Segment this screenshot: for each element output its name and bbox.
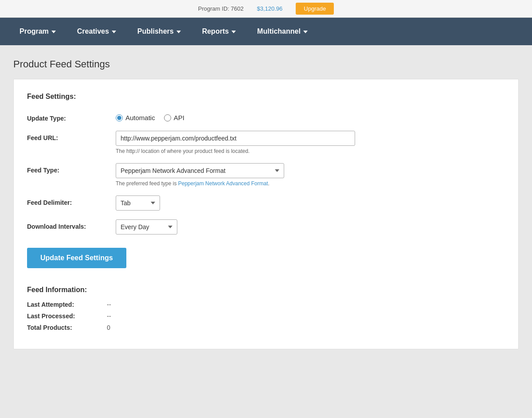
download-intervals-label: Download Intervals: [27, 219, 116, 230]
program-id: Program ID: 7602 [198, 5, 244, 12]
feed-url-row: Feed URL: The http:// location of where … [27, 131, 505, 154]
last-processed-value: -- [107, 313, 111, 320]
update-type-row: Update Type: Automatic API [27, 111, 505, 122]
total-products-value: 0 [107, 324, 110, 331]
radio-api-label: API [174, 114, 184, 121]
feed-type-select[interactable]: Pepperjam Network Advanced Format Generi… [116, 163, 284, 178]
radio-api[interactable] [164, 114, 171, 121]
page-title: Product Feed Settings [13, 59, 519, 70]
feed-url-label: Feed URL: [27, 131, 116, 141]
nav-label-program: Program [20, 27, 49, 35]
main-card: Feed Settings: Update Type: Automatic AP… [13, 79, 519, 349]
total-products-label: Total Products: [27, 324, 107, 331]
nav-item-program[interactable]: Program [9, 18, 66, 45]
nav-label-publishers: Publishers [137, 27, 174, 35]
last-attempted-label: Last Attempted: [27, 301, 107, 308]
update-type-label: Update Type: [27, 111, 116, 122]
nav-arrow-reports [231, 31, 236, 33]
last-processed-label: Last Processed: [27, 313, 107, 320]
feed-delimiter-control: Tab Comma Pipe [116, 195, 505, 211]
nav-link-reports[interactable]: Reports [192, 18, 246, 45]
feed-type-label: Feed Type: [27, 163, 116, 174]
feed-url-control: The http:// location of where your produ… [116, 131, 505, 154]
feed-url-hint: The http:// location of where your produ… [116, 148, 505, 154]
upgrade-button[interactable]: Upgrade [296, 3, 334, 15]
feed-delimiter-row: Feed Delimiter: Tab Comma Pipe [27, 195, 505, 211]
download-intervals-row: Download Intervals: Every Day Every 12 H… [27, 219, 505, 234]
download-intervals-select[interactable]: Every Day Every 12 Hours Every 6 Hours [116, 219, 177, 234]
radio-option-api[interactable]: API [164, 114, 184, 121]
nav-item-creatives[interactable]: Creatives [66, 18, 127, 45]
nav-label-reports: Reports [202, 27, 229, 35]
radio-automatic[interactable] [116, 114, 123, 121]
top-bar: Program ID: 7602 $3,120.96 Upgrade [0, 0, 532, 18]
nav-link-multichannel[interactable]: Multichannel [246, 18, 318, 45]
nav-arrow-creatives [112, 31, 116, 33]
feed-type-hint-link[interactable]: Pepperjam Network Advanced Format [178, 180, 268, 187]
feed-url-input[interactable] [116, 131, 355, 146]
nav-link-publishers[interactable]: Publishers [127, 18, 192, 45]
feed-type-row: Feed Type: Pepperjam Network Advanced Fo… [27, 163, 505, 187]
feed-type-control: Pepperjam Network Advanced Format Generi… [116, 163, 505, 187]
radio-option-automatic[interactable]: Automatic [116, 114, 155, 121]
nav-arrow-program [51, 31, 56, 33]
nav-link-program[interactable]: Program [9, 18, 66, 45]
nav-item-multichannel[interactable]: Multichannel [246, 18, 318, 45]
nav-item-reports[interactable]: Reports [192, 18, 246, 45]
main-nav: Program Creatives Publishers Reports [0, 18, 532, 45]
update-type-control: Automatic API [116, 111, 505, 121]
total-products-row: Total Products: 0 [27, 324, 505, 331]
feed-settings-title: Feed Settings: [27, 93, 505, 101]
feed-information-title: Feed Information: [27, 286, 505, 294]
last-processed-row: Last Processed: -- [27, 313, 505, 320]
nav-item-publishers[interactable]: Publishers [127, 18, 192, 45]
last-attempted-value: -- [107, 301, 111, 308]
last-attempted-row: Last Attempted: -- [27, 301, 505, 308]
nav-label-creatives: Creatives [77, 27, 109, 35]
amount-link[interactable]: $3,120.96 [257, 5, 282, 12]
update-feed-settings-button[interactable]: Update Feed Settings [27, 248, 126, 268]
feed-delimiter-label: Feed Delimiter: [27, 195, 116, 206]
feed-type-hint-prefix: The preferred feed type is [116, 180, 178, 187]
download-intervals-control: Every Day Every 12 Hours Every 6 Hours [116, 219, 505, 234]
feed-type-hint: The preferred feed type is Pepperjam Net… [116, 180, 505, 187]
feed-delimiter-select[interactable]: Tab Comma Pipe [116, 195, 160, 211]
page-content: Product Feed Settings Feed Settings: Upd… [0, 45, 532, 406]
feed-type-hint-suffix: . [268, 180, 270, 187]
nav-arrow-multichannel [303, 31, 308, 33]
nav-label-multichannel: Multichannel [257, 27, 301, 35]
nav-link-creatives[interactable]: Creatives [66, 18, 127, 45]
radio-automatic-label: Automatic [125, 114, 155, 121]
nav-arrow-publishers [176, 31, 181, 33]
